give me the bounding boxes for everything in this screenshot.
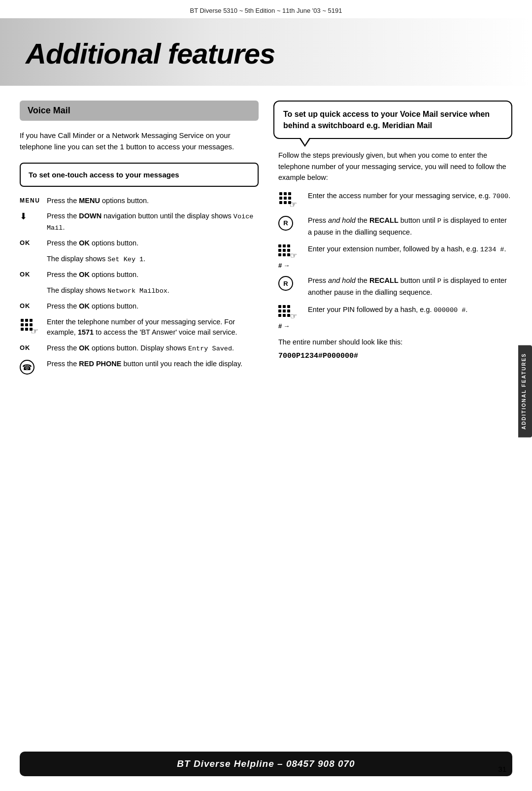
step-row-keypad1: ☞ Enter the telephone number of your mes… [20,317,259,339]
callout-box-right-title: To set up quick access to your Voice Mai… [283,110,490,130]
entire-number-value: 7000P1234#P000000# [278,350,512,362]
right-step-row-2: R Press and hold the RECALL button until… [278,215,512,238]
entire-number-label: The entire number should look like this: [278,337,512,347]
right-step-icon-3: ☞ # → [278,243,308,269]
step-desc-ok2: Press the OK options button. [47,270,259,280]
step-icon-menu: MENU [20,196,47,204]
step-row-display2: The display shows Network Mailbox. [20,285,259,296]
title-section: Additional features [0,18,532,86]
right-step-icon-2: R [278,215,308,231]
sidebar-tab: ADDITIONAL FEATURES [518,345,532,437]
step-desc-keypad1: Enter the telephone number of your messa… [47,317,259,339]
step-desc-display1: The display shows Set Key 1. [47,254,259,265]
step-desc-ok4: Press the OK options button. Display sho… [47,343,259,354]
right-column: To set up quick access to your Voice Mai… [273,101,512,379]
step-row-ok3: OK Press the OK options button. [20,301,259,312]
dual-icon-2: ☞ # → [278,305,296,330]
step-list: MENU Press the MENU options button. ⬇ Pr… [20,196,259,375]
right-step-row-3: ☞ # → Enter your extension number, follo… [278,243,512,269]
step-icon-ok4: OK [20,343,47,351]
main-content: Voice Mail If you have Call Minder or a … [0,101,532,379]
step-row-down: ⬇ Press the DOWN navigation button until… [20,211,259,233]
ok-key-label-4: OK [20,344,31,351]
phone-icon: ☎ [20,360,34,375]
footer-bar: BT Diverse Helpline – 08457 908 070 [20,752,512,776]
callout-box-left: To set one-touch access to your messages [20,163,259,187]
step-icon-down: ⬇ [20,211,47,221]
step-desc-ok3: Press the OK options button. [47,301,259,312]
step-icon-keypad1: ☞ [20,317,47,336]
intro-text: If you have Call Minder or a Network Mes… [20,130,259,153]
step-desc-ok1: Press the OK options button. [47,238,259,249]
right-step-desc-3: Enter your extension number, followed by… [308,243,512,255]
entire-number-section: The entire number should look like this:… [273,337,512,362]
step-icon-empty1 [20,254,47,255]
ok-key-label-1: OK [20,239,31,246]
step-desc-phone: Press the RED PHONE button until you rea… [47,359,259,370]
step-row-ok1: OK Press the OK options button. [20,238,259,249]
ok-key-label-2: OK [20,271,31,278]
right-step-desc-5: Enter your PIN followed by a hash, e.g. … [308,304,512,316]
page-header: BT Diverse 5310 ~ 5th Edition ~ 11th Jun… [0,0,532,18]
step-row-ok2: OK Press the OK options button. [20,270,259,280]
step-icon-ok2: OK [20,270,47,278]
right-step-list: ☞ Enter the access number for your messa… [273,190,512,330]
step-desc-display2: The display shows Network Mailbox. [47,285,259,296]
step-desc-menu: Press the MENU options button. [47,196,259,206]
step-row-menu: MENU Press the MENU options button. [20,196,259,206]
right-step-icon-1: ☞ [278,190,308,209]
step-row-phone: ☎ Press the RED PHONE button until you r… [20,359,259,375]
right-step-icon-4: R [278,275,308,291]
dual-icon-1: ☞ # → [278,244,296,269]
right-col-intro: Follow the steps previously given, but w… [273,150,512,183]
step-icon-ok3: OK [20,301,47,310]
recall-icon-2: R [278,276,293,291]
right-step-desc-4: Press and hold the RECALL button until P… [308,275,512,298]
step-row-ok4: OK Press the OK options button. Display … [20,343,259,354]
sidebar-label: ADDITIONAL FEATURES [521,353,527,429]
section-header: Voice Mail [20,101,259,121]
menu-key-label: MENU [20,197,40,204]
down-arrow-icon: ⬇ [20,212,27,221]
step-desc-down: Press the DOWN navigation button until t… [47,211,259,233]
right-step-row-1: ☞ Enter the access number for your messa… [278,190,512,209]
callout-box-left-title: To set one-touch access to your messages [29,171,179,179]
recall-icon-1: R [278,216,293,231]
ok-key-label-3: OK [20,302,31,310]
right-step-icon-5: ☞ # → [278,304,308,330]
footer-text: BT Diverse Helpline – 08457 908 070 [177,758,355,769]
step-row-display1: The display shows Set Key 1. [20,254,259,265]
header-text: BT Diverse 5310 ~ 5th Edition ~ 11th Jun… [190,7,342,14]
step-icon-empty2 [20,285,47,286]
right-step-desc-1: Enter the access number for your messagi… [308,190,512,202]
right-step-row-5: ☞ # → Enter your PIN followed by a hash,… [278,304,512,330]
right-step-desc-2: Press and hold the RECALL button until P… [308,215,512,238]
page-title: Additional features [26,37,506,70]
right-step-row-4: R Press and hold the RECALL button until… [278,275,512,298]
step-icon-phone: ☎ [20,359,47,375]
step-icon-ok1: OK [20,238,47,246]
callout-box-right: To set up quick access to your Voice Mai… [273,101,512,139]
left-column: Voice Mail If you have Call Minder or a … [20,101,259,379]
page-number: 31 [498,765,506,773]
